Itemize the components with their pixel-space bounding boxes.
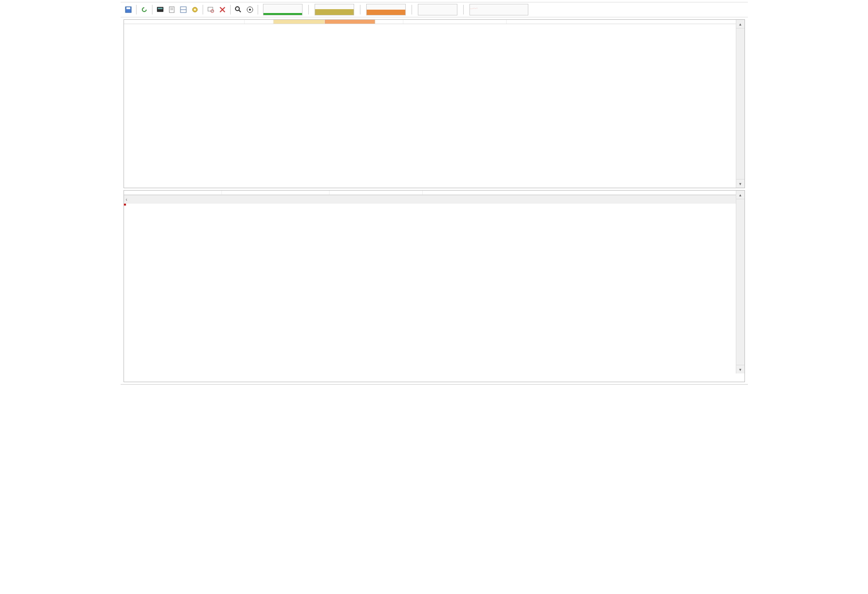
target-icon[interactable]	[244, 4, 256, 15]
save-icon[interactable]	[123, 4, 134, 15]
col-path[interactable]	[423, 191, 742, 194]
col-working-set[interactable]	[325, 20, 376, 24]
scroll-down-icon[interactable]: ▾	[736, 365, 744, 373]
dll-headers[interactable]	[124, 191, 744, 195]
col-description[interactable]	[403, 20, 507, 24]
col-company[interactable]	[507, 20, 744, 24]
vertical-scrollbar[interactable]: ▴ ▾	[736, 20, 744, 188]
dll-pane: ‹› ▴ ▾	[124, 190, 745, 382]
col-private-bytes[interactable]	[274, 20, 325, 24]
col-cpu[interactable]	[245, 20, 273, 24]
scroll-down-icon[interactable]: ▾	[736, 179, 744, 188]
physical-graph-icon[interactable]	[366, 4, 406, 15]
col-dll-company[interactable]	[330, 191, 423, 194]
properties-icon[interactable]	[166, 4, 178, 15]
commit-graph-icon[interactable]	[315, 4, 354, 15]
svg-point-13	[235, 7, 239, 11]
svg-point-16	[249, 9, 251, 11]
show-lower-pane-icon[interactable]	[178, 4, 189, 15]
highlight-annotation	[124, 204, 126, 206]
io-graph-icon[interactable]	[418, 4, 457, 15]
svg-rect-1	[126, 7, 130, 9]
mini-graphs	[263, 4, 528, 15]
options-icon[interactable]	[189, 4, 201, 15]
network-graph-icon[interactable]	[469, 4, 528, 15]
process-pane: ▴ ▾	[124, 19, 745, 188]
col-name[interactable]	[124, 191, 222, 194]
svg-rect-11	[208, 7, 213, 11]
system-info-icon[interactable]	[154, 4, 166, 15]
refresh-icon[interactable]	[138, 4, 150, 15]
col-pid[interactable]	[375, 20, 403, 24]
process-headers[interactable]	[124, 20, 744, 24]
svg-rect-3	[158, 8, 163, 9]
horizontal-scrollbar[interactable]: ‹›	[124, 195, 744, 204]
col-dll-description[interactable]	[222, 191, 330, 194]
cpu-graph-icon[interactable]	[263, 4, 303, 15]
svg-point-10	[194, 9, 196, 11]
col-process[interactable]	[124, 20, 245, 24]
toolbar	[121, 2, 748, 17]
scroll-up-icon[interactable]: ▴	[736, 191, 744, 199]
svg-line-14	[239, 10, 241, 12]
status-bar	[121, 384, 748, 388]
scroll-up-icon[interactable]: ▴	[736, 20, 744, 28]
vertical-scrollbar[interactable]: ▴ ▾	[736, 191, 744, 373]
find-window-icon[interactable]	[205, 4, 217, 15]
find-icon[interactable]	[233, 4, 244, 15]
scroll-left-icon[interactable]: ‹	[126, 197, 127, 202]
kill-process-icon[interactable]	[217, 4, 228, 15]
